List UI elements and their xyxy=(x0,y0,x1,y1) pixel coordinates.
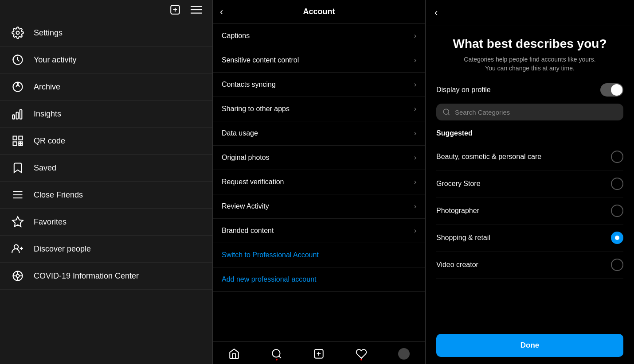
search-icon xyxy=(442,108,450,116)
svg-rect-18 xyxy=(21,142,23,143)
menu-item-request-verification[interactable]: Request verification › xyxy=(213,170,425,194)
svg-point-28 xyxy=(16,275,20,278)
category-shopping[interactable]: Shopping & retail xyxy=(436,225,623,252)
svg-point-33 xyxy=(272,349,280,357)
archive-label: Archive xyxy=(34,82,60,92)
category-photographer-label: Photographer xyxy=(436,207,479,215)
right-title: What best describes you? xyxy=(436,37,623,51)
chevron-icon: › xyxy=(414,81,416,89)
category-video-creator-label: Video creator xyxy=(436,261,478,269)
settings-icon xyxy=(11,26,25,40)
close-friends-icon xyxy=(11,188,25,202)
your-activity-label: Your activity xyxy=(34,55,76,65)
saved-icon xyxy=(11,161,25,175)
svg-rect-17 xyxy=(19,144,20,146)
display-on-profile-label: Display on profile xyxy=(436,86,491,94)
category-shopping-radio[interactable] xyxy=(611,232,623,244)
chevron-icon: › xyxy=(414,129,416,137)
category-grocery[interactable]: Grocery Store xyxy=(436,170,623,197)
svg-marker-25 xyxy=(12,217,23,226)
menu-item-contacts[interactable]: Contacts syncing › xyxy=(213,73,425,97)
switch-professional-label: Switch to Professional Account xyxy=(222,251,319,259)
contacts-label: Contacts syncing xyxy=(222,81,276,89)
menu-item-add-professional[interactable]: Add new professional account xyxy=(213,267,425,292)
add-square-icon[interactable] xyxy=(168,3,182,17)
middle-title: Account xyxy=(303,7,335,16)
svg-line-34 xyxy=(279,356,281,358)
left-panel: Settings Your activity Archi xyxy=(0,0,213,364)
favorites-label: Favorites xyxy=(34,217,67,227)
nav-list: Settings Your activity Archi xyxy=(0,19,212,364)
category-video-creator[interactable]: Video creator xyxy=(436,252,623,279)
sidebar-item-discover-people[interactable]: Discover people xyxy=(0,236,212,263)
svg-rect-16 xyxy=(21,144,23,146)
svg-point-6 xyxy=(16,31,20,35)
sidebar-item-covid[interactable]: COVID-19 Information Center xyxy=(0,263,212,290)
chevron-icon: › xyxy=(414,178,416,186)
data-usage-label: Data usage xyxy=(222,129,258,137)
search-categories-bar[interactable] xyxy=(436,104,623,120)
category-grocery-radio[interactable] xyxy=(611,178,623,190)
menu-item-original-photos[interactable]: Original photos › xyxy=(213,146,425,170)
done-button[interactable]: Done xyxy=(436,334,623,357)
original-photos-label: Original photos xyxy=(222,154,270,162)
sidebar-item-your-activity[interactable]: Your activity xyxy=(0,46,212,74)
menu-item-switch-professional[interactable]: Switch to Professional Account xyxy=(213,243,425,267)
chevron-icon: › xyxy=(414,227,416,235)
discover-icon xyxy=(11,242,25,256)
category-video-creator-radio[interactable] xyxy=(611,259,623,271)
menu-item-branded-content[interactable]: Branded content › xyxy=(213,219,425,243)
svg-point-38 xyxy=(443,109,449,114)
category-beauty[interactable]: Beauty, cosmetic & personal care xyxy=(436,143,623,170)
bottom-nav-heart[interactable] xyxy=(356,348,367,360)
insights-label: Insights xyxy=(34,109,61,119)
middle-panel: ‹ Account Captions › Sensitive content c… xyxy=(213,0,426,364)
menu-item-review-activity[interactable]: Review Activity › xyxy=(213,194,425,219)
menu-item-data-usage[interactable]: Data usage › xyxy=(213,121,425,146)
category-beauty-label: Beauty, cosmetic & personal care xyxy=(436,153,541,161)
menu-icon[interactable] xyxy=(189,3,204,17)
sidebar-item-close-friends[interactable]: Close Friends xyxy=(0,182,212,209)
insights-icon xyxy=(11,107,25,121)
svg-rect-15 xyxy=(19,142,20,143)
svg-rect-13 xyxy=(19,136,22,140)
menu-item-sensitive[interactable]: Sensitive content control › xyxy=(213,48,425,73)
search-notification-dot xyxy=(276,359,278,360)
chevron-icon: › xyxy=(414,56,416,64)
close-friends-label: Close Friends xyxy=(34,190,83,200)
menu-item-captions[interactable]: Captions › xyxy=(213,24,425,48)
activity-icon xyxy=(11,53,25,67)
back-button-middle[interactable]: ‹ xyxy=(220,6,223,18)
sidebar-item-insights[interactable]: Insights xyxy=(0,101,212,128)
bottom-nav xyxy=(213,341,425,364)
chevron-icon: › xyxy=(414,105,416,113)
sidebar-item-settings[interactable]: Settings xyxy=(0,19,212,46)
bottom-nav-search[interactable] xyxy=(271,348,282,360)
display-on-profile-toggle[interactable] xyxy=(600,83,623,97)
chevron-icon: › xyxy=(414,202,416,210)
bottom-nav-profile[interactable] xyxy=(398,348,410,360)
chevron-icon: › xyxy=(414,154,416,162)
account-menu-list: Captions › Sensitive content control › C… xyxy=(213,24,425,341)
qr-code-label: QR code xyxy=(34,136,65,146)
svg-line-39 xyxy=(448,114,449,115)
sidebar-item-qr-code[interactable]: QR code xyxy=(0,128,212,155)
category-beauty-radio[interactable] xyxy=(611,151,623,163)
sidebar-item-archive[interactable]: Archive xyxy=(0,74,212,101)
middle-header: ‹ Account xyxy=(213,0,425,24)
sidebar-item-saved[interactable]: Saved xyxy=(0,155,212,182)
category-photographer-radio[interactable] xyxy=(611,205,623,217)
sensitive-label: Sensitive content control xyxy=(222,56,299,64)
bottom-nav-add[interactable] xyxy=(313,348,325,360)
svg-rect-14 xyxy=(13,142,17,145)
settings-label: Settings xyxy=(34,28,63,38)
search-categories-input[interactable] xyxy=(455,108,617,116)
sidebar-item-favorites[interactable]: Favorites xyxy=(0,209,212,236)
category-photographer[interactable]: Photographer xyxy=(436,197,623,225)
branded-content-label: Branded content xyxy=(222,227,274,235)
covid-icon xyxy=(11,269,25,283)
back-button-right[interactable]: ‹ xyxy=(434,7,438,19)
bottom-nav-home[interactable] xyxy=(228,348,240,360)
display-on-profile-row: Display on profile xyxy=(436,83,623,97)
menu-item-sharing[interactable]: Sharing to other apps › xyxy=(213,97,425,121)
